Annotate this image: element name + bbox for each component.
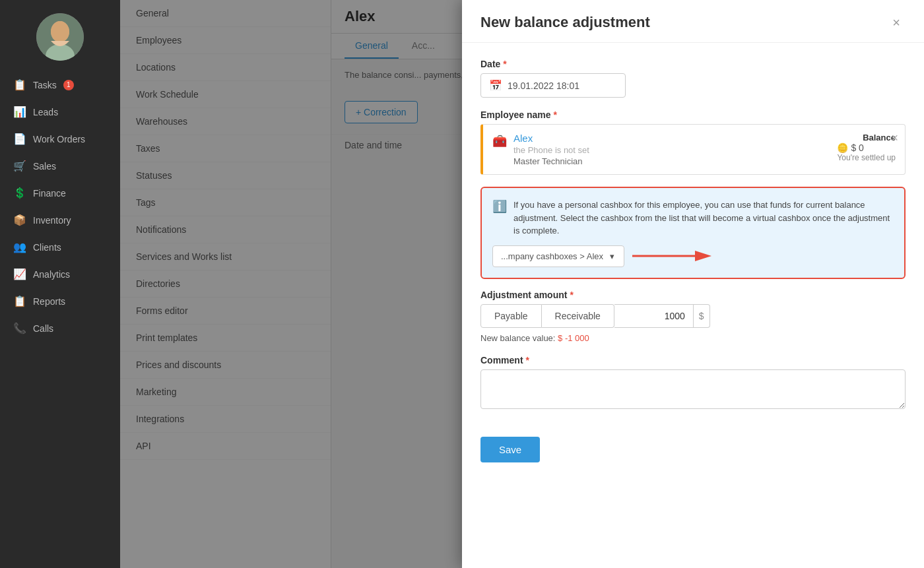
balance-adjustment-modal: New balance adjustment × Date * 📅 19.01.… (462, 0, 924, 568)
sidebar-item-calls[interactable]: 📞 Calls (3, 315, 117, 341)
emp-required-star: * (554, 110, 557, 120)
employee-card: 🧰 Alex the Phone is not set Master Techn… (480, 124, 906, 175)
comment-textarea[interactable] (480, 369, 906, 409)
sidebar-item-label: Leads (33, 107, 58, 117)
employee-card-icon: 🧰 (492, 134, 507, 148)
main-content: General Employees Locations Work Schedul… (120, 0, 924, 568)
modal-title: New balance adjustment (480, 14, 650, 31)
info-icon: ℹ️ (492, 199, 507, 214)
cashbox-info-box: ℹ️ If you have a personal cashbox for th… (480, 187, 906, 279)
employee-card-name: Alex (513, 133, 830, 144)
adjustment-amount-section: Adjustment amount * Payable Receivable $… (480, 290, 906, 343)
arrow-indicator (632, 247, 711, 265)
sidebar: 📋 Tasks 1 📊 Leads 📄 Work Orders 🛒 Sales … (0, 0, 120, 568)
sidebar-item-label: Analytics (33, 269, 70, 280)
analytics-icon: 📈 (13, 268, 26, 280)
sidebar-item-label: Sales (33, 161, 56, 172)
info-box-header: ℹ️ If you have a personal cashbox for th… (492, 199, 894, 237)
finance-icon: 💲 (13, 187, 26, 199)
sidebar-item-leads[interactable]: 📊 Leads (3, 99, 117, 125)
modal-close-button[interactable]: × (887, 13, 906, 32)
comment-required-star: * (526, 355, 529, 365)
info-text: If you have a personal cashbox for this … (513, 199, 894, 237)
balance-settled: You're settled up (837, 153, 896, 162)
balance-label: Balance (837, 133, 896, 142)
user-avatar-container (0, 0, 120, 71)
sales-icon: 🛒 (13, 160, 26, 172)
sidebar-item-clients[interactable]: 👥 Clients (3, 234, 117, 260)
date-required-star: * (503, 59, 506, 69)
sidebar-item-finance[interactable]: 💲 Finance (3, 180, 117, 206)
sidebar-item-label: Reports (33, 296, 65, 307)
reports-icon: 📋 (13, 295, 26, 307)
cashbox-select-row: ...mpany cashboxes > Alex ▾ (492, 245, 894, 267)
employee-name-label: Employee name * (480, 110, 906, 120)
adj-required-star: * (570, 290, 573, 300)
work-orders-icon: 📄 (13, 133, 26, 145)
employee-card-phone: the Phone is not set (513, 145, 830, 155)
sidebar-item-label: Calls (33, 323, 53, 334)
calendar-icon: 📅 (489, 79, 502, 92)
payable-button[interactable]: Payable (480, 304, 542, 328)
tasks-badge: 1 (63, 80, 74, 90)
balance-value: 🪙 $ 0 (837, 142, 896, 153)
comment-section: Comment * (480, 355, 906, 412)
calls-icon: 📞 (13, 322, 26, 334)
sidebar-item-label: Work Orders (33, 134, 85, 144)
adjustment-row: Payable Receivable $ (480, 304, 906, 328)
sidebar-item-work-orders[interactable]: 📄 Work Orders (3, 126, 117, 152)
modal-body: Date * 📅 19.01.2022 18:01 Employee name … (462, 43, 924, 568)
sidebar-item-inventory[interactable]: 📦 Inventory (3, 207, 117, 233)
inventory-icon: 📦 (13, 214, 26, 226)
clients-icon: 👥 (13, 241, 26, 253)
sidebar-item-tasks[interactable]: 📋 Tasks 1 (3, 72, 117, 98)
cashbox-select-dropdown[interactable]: ...mpany cashboxes > Alex ▾ (492, 245, 624, 267)
sidebar-item-label: Finance (33, 188, 66, 199)
sidebar-item-analytics[interactable]: 📈 Analytics (3, 261, 117, 287)
date-value: 19.01.2022 18:01 (508, 80, 579, 91)
employee-card-balance: Balance 🪙 $ 0 You're settled up (837, 133, 896, 162)
date-label: Date * (480, 59, 906, 69)
avatar[interactable] (36, 13, 84, 61)
new-balance-row: New balance value: $ -1 000 (480, 333, 906, 343)
adjustment-amount-label: Adjustment amount * (480, 290, 906, 300)
employee-card-role: Master Technician (513, 156, 830, 166)
svg-marker-5 (695, 251, 711, 261)
date-field-section: Date * 📅 19.01.2022 18:01 (480, 59, 906, 98)
modal-header: New balance adjustment × (462, 0, 924, 43)
employee-card-info: Alex the Phone is not set Master Technic… (513, 133, 830, 166)
sidebar-item-sales[interactable]: 🛒 Sales (3, 153, 117, 179)
sidebar-item-label: Tasks (33, 80, 57, 90)
amount-input[interactable] (614, 304, 694, 328)
chevron-down-icon: ▾ (610, 251, 614, 261)
comment-label: Comment * (480, 355, 906, 365)
balance-coin-icon: 🪙 (837, 142, 848, 153)
employee-name-section: Employee name * 🧰 Alex the Phone is not … (480, 110, 906, 175)
date-input[interactable]: 📅 19.01.2022 18:01 (480, 73, 626, 98)
modal-wrapper: New balance adjustment × Date * 📅 19.01.… (120, 0, 924, 568)
receivable-button[interactable]: Receivable (542, 304, 614, 328)
svg-point-3 (51, 21, 69, 42)
leads-icon: 📊 (13, 106, 26, 118)
sidebar-item-reports[interactable]: 📋 Reports (3, 288, 117, 314)
modal-save-button[interactable]: Save (480, 437, 540, 462)
employee-card-remove-button[interactable]: × (891, 131, 898, 145)
sidebar-item-label: Clients (33, 242, 61, 253)
sidebar-item-label: Inventory (33, 215, 71, 226)
cashbox-select-value: ...mpany cashboxes > Alex (501, 251, 603, 261)
currency-symbol: $ (694, 304, 710, 328)
tasks-icon: 📋 (13, 79, 26, 91)
new-balance-value: $ -1 000 (558, 333, 589, 343)
